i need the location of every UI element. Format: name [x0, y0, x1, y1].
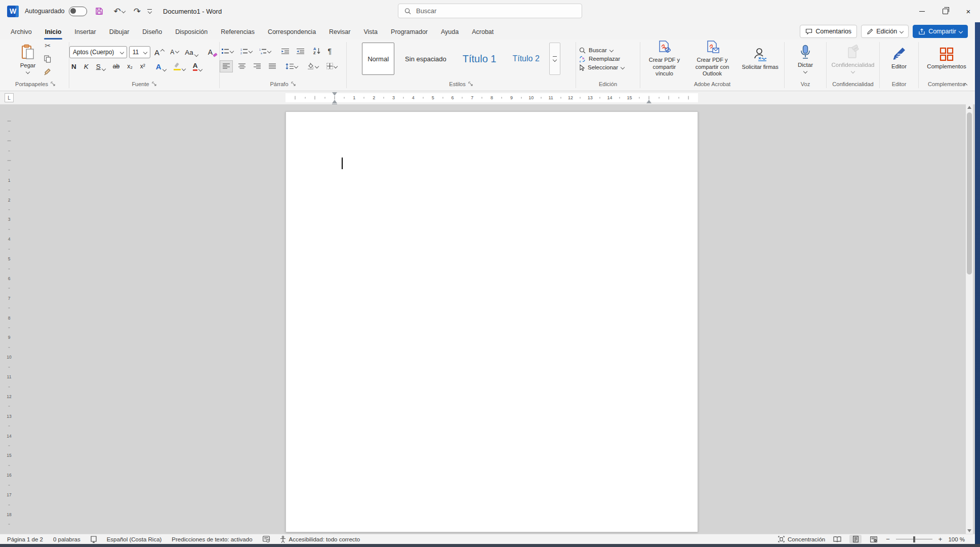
- right-indent-marker[interactable]: [646, 100, 651, 103]
- underline-button[interactable]: S: [94, 62, 107, 71]
- bullets-button[interactable]: [220, 47, 235, 55]
- zoom-slider-thumb[interactable]: [913, 536, 915, 542]
- text-predictions-indicator[interactable]: Predicciones de texto: activado: [172, 536, 252, 542]
- show-marks-button[interactable]: ¶: [328, 47, 332, 55]
- minimize-button[interactable]: [910, 0, 933, 22]
- accessibility-status[interactable]: Accesibilidad: todo correcto: [280, 536, 360, 543]
- style-tile[interactable]: Título 2: [507, 43, 545, 75]
- share-button[interactable]: Compartir: [913, 25, 968, 38]
- scroll-up-arrow[interactable]: [967, 106, 971, 109]
- restore-button[interactable]: [933, 0, 957, 22]
- paragraph-dialog-launcher[interactable]: [291, 82, 296, 87]
- redo-button[interactable]: ↷: [134, 7, 141, 16]
- proofing-status[interactable]: [91, 536, 97, 543]
- align-center-button[interactable]: [236, 61, 248, 72]
- ribbon-tab[interactable]: Referencias: [214, 25, 261, 40]
- sort-button[interactable]: AZ: [311, 46, 322, 56]
- autosave-toggle[interactable]: [69, 7, 87, 16]
- clear-formatting-button[interactable]: A: [206, 48, 219, 57]
- language-indicator[interactable]: Español (Costa Rica): [107, 536, 162, 542]
- decrease-indent-button[interactable]: [279, 46, 291, 57]
- focus-mode-button[interactable]: Concentración: [778, 536, 825, 542]
- line-spacing-button[interactable]: [283, 62, 300, 70]
- ribbon-tab[interactable]: Archivo: [4, 25, 38, 40]
- ribbon-tab[interactable]: Revisar: [322, 25, 357, 40]
- zoom-slider[interactable]: [896, 539, 932, 539]
- dictate-button[interactable]: Dictar: [795, 43, 816, 75]
- highlight-color-button[interactable]: [172, 62, 187, 71]
- font-dialog-launcher[interactable]: [152, 82, 157, 87]
- grow-font-button[interactable]: A: [152, 48, 166, 57]
- superscript-button[interactable]: x²: [138, 62, 147, 70]
- ribbon-tab[interactable]: Ayuda: [434, 25, 465, 40]
- borders-button[interactable]: [324, 62, 339, 70]
- print-layout-button[interactable]: [849, 535, 862, 543]
- copy-button[interactable]: [42, 53, 54, 64]
- increase-indent-button[interactable]: [294, 46, 306, 57]
- clipboard-dialog-launcher[interactable]: [51, 82, 56, 87]
- undo-button[interactable]: ↶: [112, 6, 127, 17]
- paste-button[interactable]: Pegar: [17, 42, 39, 75]
- font-name-select[interactable]: Aptos (Cuerpo): [69, 46, 127, 58]
- find-button[interactable]: Buscar: [579, 47, 613, 54]
- word-app-icon[interactable]: W: [7, 6, 19, 17]
- page-indicator[interactable]: Página 1 de 2: [7, 536, 43, 542]
- ribbon-tab[interactable]: Insertar: [68, 25, 102, 40]
- ribbon-tab[interactable]: Acrobat: [465, 25, 500, 40]
- hanging-indent-marker[interactable]: [332, 100, 337, 103]
- editor-button[interactable]: Editor: [888, 45, 910, 72]
- select-button[interactable]: Seleccionar: [579, 64, 624, 71]
- zoom-in-button[interactable]: +: [938, 535, 943, 543]
- styles-dialog-launcher[interactable]: [468, 82, 473, 87]
- close-button[interactable]: ×: [957, 0, 980, 22]
- comments-button[interactable]: Comentarios: [800, 25, 857, 38]
- first-line-indent-marker[interactable]: [332, 92, 337, 96]
- font-size-select[interactable]: 11: [129, 46, 150, 58]
- ribbon-tab[interactable]: Programador: [384, 25, 434, 40]
- search-input[interactable]: [415, 7, 576, 15]
- create-pdf-outlook-button[interactable]: Crear PDF y compartir con Outlook: [688, 38, 737, 80]
- horizontal-ruler[interactable]: 123456789101112131415: [285, 93, 698, 102]
- align-left-button[interactable]: [220, 60, 233, 72]
- editing-mode-button[interactable]: Edición: [861, 25, 909, 38]
- bold-button[interactable]: N: [69, 62, 78, 71]
- align-right-button[interactable]: [251, 61, 263, 72]
- vertical-ruler[interactable]: 123456789101112131415161718: [4, 104, 14, 534]
- create-pdf-link-button[interactable]: Crear PDF y compartir vínculo: [640, 38, 688, 80]
- zoom-level[interactable]: 100 %: [948, 536, 965, 542]
- vertical-scrollbar[interactable]: [966, 104, 973, 534]
- save-icon[interactable]: [93, 6, 105, 17]
- replace-button[interactable]: bc Reemplazar: [579, 56, 620, 62]
- styles-gallery-expander[interactable]: [549, 43, 560, 75]
- ribbon-tab[interactable]: Diseño: [136, 25, 169, 40]
- numbering-button[interactable]: 12: [238, 47, 254, 55]
- search-box[interactable]: [398, 4, 582, 18]
- justify-button[interactable]: [266, 61, 278, 72]
- change-case-button[interactable]: Aa: [183, 48, 200, 57]
- customize-toolbar-button[interactable]: [147, 9, 152, 13]
- request-signatures-button[interactable]: Solicitar firmas: [736, 45, 784, 73]
- word-count[interactable]: 0 palabras: [53, 536, 80, 542]
- strikethrough-button[interactable]: ab: [111, 62, 121, 70]
- style-tile[interactable]: Sin espaciado: [399, 43, 452, 75]
- subscript-button[interactable]: x₂: [125, 62, 135, 70]
- ribbon-tab[interactable]: Vista: [357, 25, 384, 40]
- shading-button[interactable]: [305, 62, 320, 70]
- tab-stop-selector[interactable]: L: [5, 93, 14, 102]
- ribbon-tab[interactable]: Inicio: [38, 25, 68, 40]
- document-page[interactable]: [285, 111, 698, 532]
- style-tile[interactable]: Normal: [362, 43, 394, 75]
- scroll-down-arrow[interactable]: [967, 529, 971, 532]
- multilevel-list-button[interactable]: 1a: [257, 47, 273, 55]
- web-layout-button[interactable]: [868, 535, 880, 543]
- format-painter-button[interactable]: [42, 66, 54, 77]
- style-tile[interactable]: Título 1: [457, 43, 502, 75]
- font-color-button[interactable]: A: [191, 61, 205, 71]
- ribbon-tab[interactable]: Disposición: [169, 25, 214, 40]
- text-effects-button[interactable]: A: [154, 62, 168, 71]
- text-predictions-icon[interactable]: [263, 536, 270, 542]
- read-mode-button[interactable]: [831, 535, 843, 543]
- italic-button[interactable]: K: [82, 62, 91, 71]
- shrink-font-button[interactable]: A: [168, 48, 181, 56]
- addins-button[interactable]: Complementos: [924, 45, 969, 72]
